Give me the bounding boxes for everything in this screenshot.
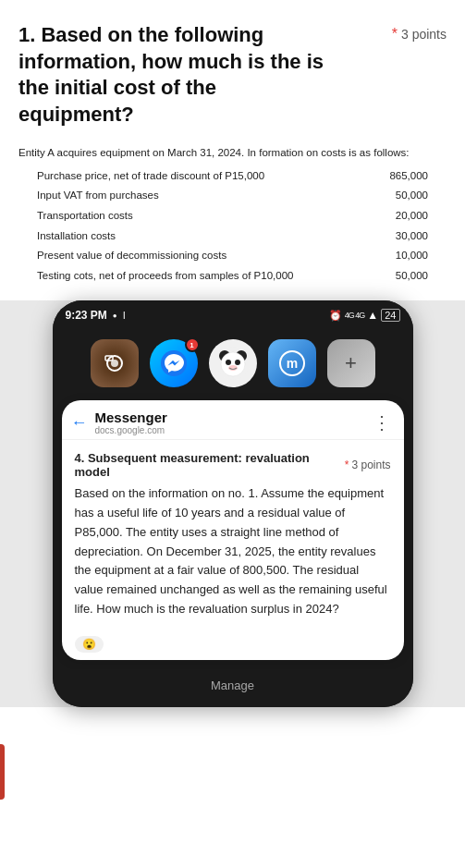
left-edge-indicator [0,744,5,800]
svg-point-9 [235,360,240,365]
cost-table-row: Installation costs30,000 [18,226,447,247]
status-left: 9:23 PM ● I [66,309,126,322]
points-star: * [392,26,398,43]
status-indicator: I [123,310,126,321]
status-icons: ⏰ 4G 4G ▲ 24 [329,309,400,322]
cost-table-row: Transportation costs20,000 [18,206,447,226]
svg-point-7 [221,352,245,376]
cost-label: Input VAT from purchases [18,186,318,206]
cost-table-row: Purchase price, net of trade discount of… [18,166,447,187]
app-icons-row: 1 m [53,330,413,400]
messenger-title-block: Messenger docs.google.com [95,410,167,435]
message-points-star: * [345,458,349,471]
cost-label: Installation costs [18,226,318,247]
messenger-card: ← Messenger docs.google.com ⋮ 4. Subsequ… [62,400,404,660]
messenger-card-header: ← Messenger docs.google.com ⋮ [62,400,404,440]
wifi-icon: ▲ [367,309,378,322]
plus-icon: + [345,353,357,373]
messenger-app-wrapper[interactable]: 1 [150,339,198,387]
cost-value: 10,000 [318,246,447,266]
status-bar: 9:23 PM ● I ⏰ 4G 4G ▲ 24 [53,300,413,330]
coin-icon: m [278,349,306,377]
phone-outer: 9:23 PM ● I ⏰ 4G 4G ▲ 24 [53,300,413,707]
cost-value: 50,000 [318,186,447,206]
cost-label: Testing cots, net of proceeds from sampl… [18,266,318,287]
svg-point-8 [226,360,231,365]
back-button[interactable]: ← [71,413,88,433]
entity-header-line: Entity A acquires equipment on March 31,… [18,144,447,163]
message-question-label: 4. Subsequent measurement: revaluation m… [75,451,391,479]
cost-label: Transportation costs [18,206,318,226]
cost-value: 30,000 [318,226,447,247]
camera-app-icon[interactable] [91,339,139,387]
reaction-area: 😮 [62,632,404,660]
messenger-header-left: ← Messenger docs.google.com [71,410,167,435]
messenger-notification-badge: 1 [185,337,200,352]
message-points-label: 3 points [351,458,390,471]
entity-info: Entity A acquires equipment on March 31,… [18,144,447,286]
phone-container: 9:23 PM ● I ⏰ 4G 4G ▲ 24 [0,300,465,707]
coin-app-icon[interactable]: m [268,339,316,387]
status-time: 9:23 PM [66,309,107,322]
cost-table-row: Present value of decommissioning costs10… [18,246,447,266]
more-options-button[interactable]: ⋮ [373,411,391,434]
manage-label[interactable]: Manage [211,679,254,692]
cost-table: Purchase price, net of trade discount of… [18,166,447,286]
messenger-logo-icon [160,349,188,377]
cost-value: 865,000 [318,166,447,187]
battery-icon: 24 [381,309,399,322]
cost-label: Present value of decommissioning costs [18,246,318,266]
alarm-icon: ⏰ [329,310,342,322]
points-badge: * 3 points [392,22,447,43]
message-body-text: Based on the information on no. 1. Assum… [75,484,391,619]
status-dot-icon: ● [113,312,117,320]
svg-text:m: m [286,356,297,371]
question-header: 1. Based on the following information, h… [18,22,447,128]
message-content: 4. Subsequent measurement: revaluation m… [62,440,404,632]
reaction-button[interactable]: 😮 [75,636,104,653]
messenger-app-subtitle: docs.google.com [95,425,167,435]
cost-table-row: Input VAT from purchases50,000 [18,186,447,206]
camera-icon [102,350,128,376]
message-points-badge: * 3 points [345,458,391,471]
cost-value: 50,000 [318,266,447,287]
message-question-title: 4. Subsequent measurement: revaluation m… [75,451,337,479]
points-label: 3 points [401,27,447,42]
messenger-app-title: Messenger [95,410,167,425]
cost-table-row: Testing cots, net of proceeds from sampl… [18,266,447,287]
panda-app-icon[interactable] [209,339,257,387]
cost-value: 20,000 [318,206,447,226]
manage-bar: Manage [53,669,413,707]
cost-label: Purchase price, net of trade discount of… [18,166,318,187]
question-section: 1. Based on the following information, h… [0,0,465,300]
panda-icon [215,346,251,381]
add-app-button[interactable]: + [327,339,375,387]
signal-4g-icon: 4G 4G [345,311,365,320]
question-title: 1. Based on the following information, h… [18,22,333,128]
